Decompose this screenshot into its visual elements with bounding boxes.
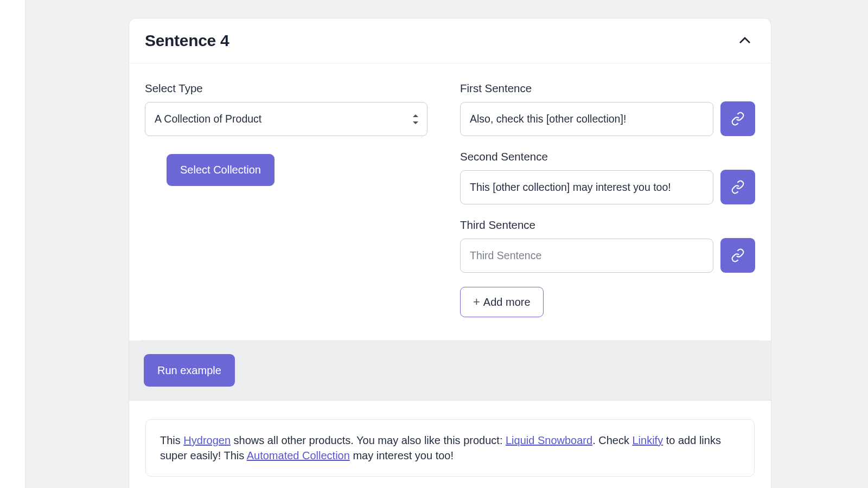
select-type-dropdown[interactable] <box>145 102 427 136</box>
sidebar-strip <box>0 0 25 488</box>
third-sentence-link-button[interactable] <box>720 238 755 273</box>
first-sentence-row: First Sentence <box>460 82 755 136</box>
card-title: Sentence 4 <box>145 31 229 50</box>
first-sentence-link-button[interactable] <box>720 101 755 136</box>
example-output-wrap: This Hydrogen shows all other products. … <box>129 401 771 488</box>
chevron-up-icon <box>739 37 751 44</box>
add-more-button[interactable]: + Add more <box>460 287 544 317</box>
output-link-liquid-snowboard[interactable]: Liquid Snowboard <box>506 434 592 446</box>
example-output-card: This Hydrogen shows all other products. … <box>145 419 755 477</box>
second-sentence-row: Second Sentence <box>460 150 755 204</box>
second-sentence-link-button[interactable] <box>720 170 755 204</box>
second-sentence-input[interactable] <box>460 170 713 204</box>
link-icon <box>731 180 745 194</box>
example-bar: Run example <box>129 341 771 401</box>
right-column: First Sentence Second Sentence Thi <box>460 82 755 317</box>
collapse-toggle[interactable] <box>738 34 751 47</box>
output-text: may interest you too! <box>350 450 454 461</box>
output-link-linkify[interactable]: Linkify <box>632 434 663 446</box>
link-icon <box>731 248 745 262</box>
third-sentence-label: Third Sentence <box>460 219 713 232</box>
third-sentence-input[interactable] <box>460 239 713 273</box>
output-text: . Check <box>592 434 632 446</box>
output-link-hydrogen[interactable]: Hydrogen <box>183 434 231 446</box>
first-sentence-label: First Sentence <box>460 82 713 95</box>
select-type-label: Select Type <box>145 82 427 95</box>
left-column: Select Type Select Collection <box>145 82 427 317</box>
card-header: Sentence 4 <box>129 18 771 63</box>
select-type-wrap <box>145 102 427 136</box>
output-link-automated-collection[interactable]: Automated Collection <box>247 450 350 461</box>
sentence-card: Sentence 4 Select Type Select Collection… <box>129 18 771 488</box>
select-collection-button[interactable]: Select Collection <box>167 154 275 186</box>
output-text: shows all other products. You may also l… <box>231 434 506 446</box>
run-example-button[interactable]: Run example <box>144 354 235 387</box>
example-section: Run example This Hydrogen shows all othe… <box>129 341 771 488</box>
third-sentence-row: Third Sentence <box>460 219 755 273</box>
add-more-label: Add more <box>483 296 531 309</box>
output-text: This <box>160 434 183 446</box>
plus-icon: + <box>473 296 480 308</box>
link-icon <box>731 112 745 126</box>
card-body: Select Type Select Collection First Sent… <box>129 63 771 340</box>
second-sentence-label: Second Sentence <box>460 150 713 163</box>
first-sentence-input[interactable] <box>460 102 713 136</box>
